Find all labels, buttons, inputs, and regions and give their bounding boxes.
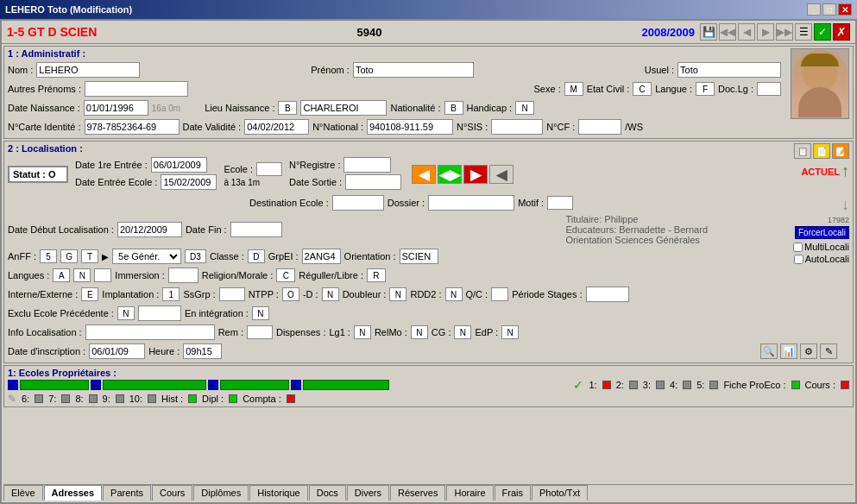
ecole-input[interactable] — [256, 162, 282, 176]
date-entree-input[interactable] — [161, 174, 217, 190]
tab-photo[interactable]: Photo/Txt — [532, 485, 588, 501]
interne-input[interactable] — [81, 287, 98, 301]
auto-locali-checkbox[interactable] — [794, 255, 803, 264]
nationalite-input[interactable] — [444, 101, 463, 115]
nom-input[interactable] — [36, 62, 140, 78]
tab-historique[interactable]: Historique — [249, 485, 308, 501]
doc-lg-input[interactable] — [757, 82, 781, 96]
lieu-naissance-city-input[interactable] — [300, 100, 387, 116]
school-add-btn-3[interactable]: + — [208, 380, 218, 390]
school-add-btn-4[interactable]: + — [291, 380, 301, 390]
periode-stages-input[interactable] — [586, 287, 629, 302]
ntpp-input[interactable] — [282, 287, 299, 301]
destination-input[interactable] — [332, 195, 384, 211]
langue3-input[interactable] — [94, 268, 111, 282]
minimize-button[interactable]: _ — [807, 3, 821, 16]
date-1re-input[interactable] — [151, 157, 207, 173]
date-validite-input[interactable] — [244, 119, 309, 135]
nav-first-btn[interactable]: ◀◀ — [719, 23, 736, 41]
classe-dropdown[interactable]: 5e Génér. — [112, 249, 181, 264]
confirm-button[interactable]: ✓ — [814, 23, 831, 41]
icon-btn-2[interactable]: 📄 — [813, 143, 830, 159]
lg1-input[interactable] — [354, 325, 371, 339]
nav-green-btn[interactable]: ◀▶ — [438, 165, 462, 184]
religion-input[interactable] — [276, 268, 295, 282]
rem-input[interactable] — [247, 325, 273, 339]
heure-input[interactable] — [183, 343, 222, 359]
doubleur-input[interactable] — [389, 287, 406, 301]
date-debut-input[interactable] — [117, 222, 182, 237]
prenom-input[interactable] — [353, 62, 474, 78]
save-icon-btn[interactable]: 💾 — [700, 23, 717, 41]
tab-divers[interactable]: Divers — [347, 485, 389, 501]
edp-input[interactable] — [501, 325, 519, 339]
pencil-btn[interactable]: ✎ — [820, 343, 837, 359]
regulier-input[interactable] — [367, 268, 386, 282]
tab-frais[interactable]: Frais — [495, 485, 531, 501]
num-cf-input[interactable] — [578, 119, 621, 135]
nav-red-btn[interactable]: ▶ — [463, 165, 488, 184]
relmo-input[interactable] — [411, 325, 428, 339]
carte-id-input[interactable] — [85, 119, 180, 135]
date-naissance-input[interactable] — [84, 100, 148, 116]
date-sortie-input[interactable] — [345, 174, 401, 190]
usuel-input[interactable] — [677, 62, 781, 78]
exclu2-input[interactable] — [138, 306, 181, 321]
t-input[interactable] — [81, 249, 98, 263]
motif-input[interactable] — [547, 196, 573, 210]
tab-eleve[interactable]: Elève — [3, 485, 43, 501]
actuel-button[interactable]: ACTUEL ↑ — [801, 162, 849, 180]
handicap-input[interactable] — [515, 101, 534, 115]
tab-diplomes[interactable]: Diplômes — [193, 485, 249, 501]
sexe-input[interactable] — [564, 82, 583, 96]
multi-locali-checkbox[interactable] — [793, 243, 803, 252]
tab-adresses[interactable]: Adresses — [44, 485, 103, 501]
info-local-input[interactable] — [85, 324, 215, 340]
classe-input[interactable] — [248, 249, 265, 263]
tab-parents[interactable]: Parents — [103, 485, 151, 501]
langue-input[interactable] — [696, 82, 715, 96]
anff-input[interactable] — [40, 249, 57, 263]
num-sis-input[interactable] — [491, 119, 543, 135]
lieu-naissance-b-input[interactable] — [278, 101, 297, 115]
etat-civil-input[interactable] — [633, 82, 652, 96]
qc-input[interactable] — [491, 287, 508, 301]
icon-btn-3[interactable]: 📝 — [832, 143, 849, 159]
cg-input[interactable] — [454, 325, 471, 339]
tab-reserves[interactable]: Réserves — [390, 485, 445, 501]
nav-orange-btn[interactable]: ◀ — [412, 165, 436, 184]
implantation-input[interactable] — [162, 287, 180, 301]
nav-last-btn[interactable]: ▶▶ — [776, 23, 793, 41]
grpei-input[interactable] — [302, 249, 341, 264]
forcer-locali-button[interactable]: ForcerLocali — [795, 226, 849, 239]
rdd2-input[interactable] — [445, 287, 463, 301]
tab-cours[interactable]: Cours — [152, 485, 192, 501]
magnifier-btn[interactable]: 🔍 — [760, 343, 778, 359]
d-input[interactable] — [322, 287, 339, 301]
list-icon-btn[interactable]: ☰ — [795, 23, 812, 41]
exclu-input[interactable] — [117, 306, 135, 320]
num-registre-input[interactable] — [343, 157, 391, 173]
langue2-input[interactable] — [73, 268, 91, 282]
dossier-input[interactable] — [428, 195, 514, 211]
table-btn[interactable]: 📊 — [780, 343, 797, 359]
icon-btn-1[interactable]: 📋 — [794, 143, 811, 159]
tab-horaire[interactable]: Horaire — [446, 485, 493, 501]
integration-input[interactable] — [252, 306, 269, 320]
school-add-btn-1[interactable]: + — [8, 380, 18, 390]
gear-btn[interactable]: ⚙ — [800, 343, 817, 359]
date-fin-input[interactable] — [230, 222, 282, 237]
num-national-input[interactable] — [367, 119, 453, 135]
immersion-input[interactable] — [168, 268, 198, 283]
school-add-btn-2[interactable]: + — [91, 380, 101, 390]
nav-prev-btn[interactable]: ◀ — [738, 23, 755, 41]
d3-input[interactable] — [185, 249, 206, 263]
autres-prenoms-input[interactable] — [85, 81, 188, 97]
tab-docs[interactable]: Docs — [309, 485, 346, 501]
date-inscription-input[interactable] — [89, 343, 145, 359]
nav-gray-btn[interactable]: ◀ — [489, 165, 514, 184]
orientation-input[interactable] — [400, 249, 438, 264]
nav-next-btn[interactable]: ▶ — [757, 23, 774, 41]
cancel-button[interactable]: ✗ — [833, 23, 850, 41]
close-button[interactable]: ✕ — [838, 3, 852, 16]
